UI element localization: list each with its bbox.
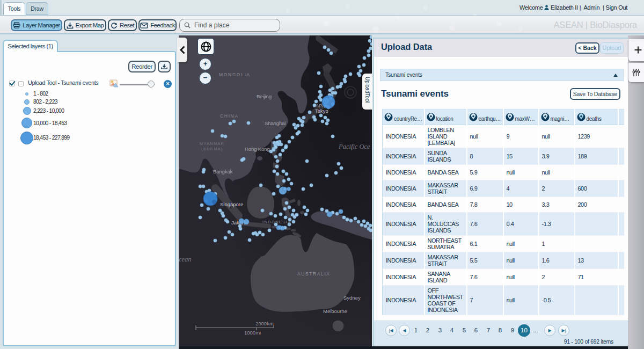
svg-text:cean: cean bbox=[179, 256, 192, 263]
svg-text:Hong Kong: Hong Kong bbox=[245, 146, 270, 152]
svg-text:MONGOLIA: MONGOLIA bbox=[219, 72, 251, 77]
svg-text:AUSTRALIA: AUSTRALIA bbox=[297, 271, 331, 277]
svg-text:Beijing: Beijing bbox=[257, 93, 272, 99]
svg-text:CHINA: CHINA bbox=[220, 113, 238, 119]
svg-text:Pacific Oce: Pacific Oce bbox=[338, 143, 370, 150]
svg-text:MYANMAR: MYANMAR bbox=[200, 141, 224, 146]
svg-text:2000km: 2000km bbox=[255, 321, 274, 326]
svg-text:Bangkok: Bangkok bbox=[213, 169, 233, 174]
svg-text:Shanghai: Shanghai bbox=[265, 120, 286, 126]
svg-text:Tokyo: Tokyo bbox=[315, 108, 328, 114]
svg-text:Sydney: Sydney bbox=[343, 295, 361, 301]
svg-text:Singapore: Singapore bbox=[220, 201, 243, 207]
svg-text:Melbourne: Melbourne bbox=[323, 308, 347, 314]
svg-text:1000mi: 1000mi bbox=[244, 330, 261, 336]
svg-text:(BURMA): (BURMA) bbox=[201, 147, 223, 151]
